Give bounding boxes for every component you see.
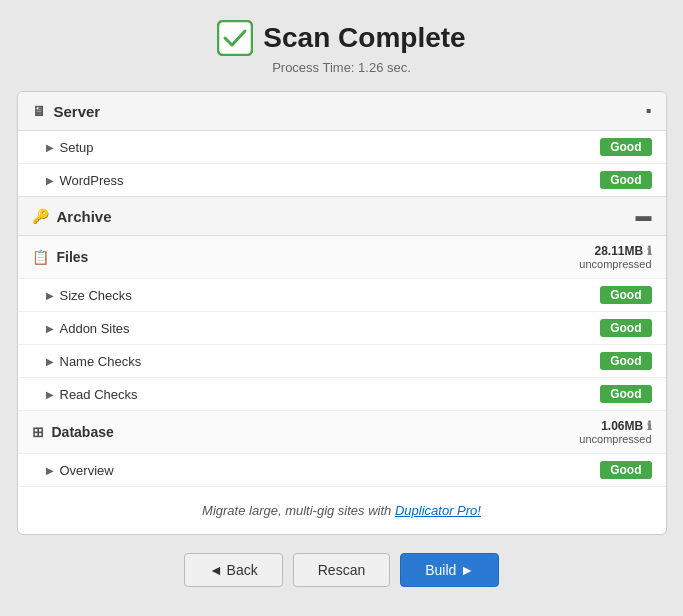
build-button[interactable]: Build ►: [400, 553, 499, 587]
name-checks-label: Name Checks: [60, 354, 142, 369]
table-row: ▶ Setup Good: [18, 131, 666, 164]
footer-buttons: ◄ Back Rescan Build ►: [184, 553, 499, 587]
server-section: 🖥 Server ▪ ▶ Setup Good ▶ WordPress Good: [18, 92, 666, 197]
row-arrow-icon: ▶: [46, 142, 54, 153]
files-size-label: uncompressed: [579, 258, 651, 270]
svg-rect-0: [218, 21, 252, 55]
files-size: 28.11MB ℹ: [594, 244, 651, 258]
table-row: ▶ Overview Good: [18, 454, 666, 487]
database-subsection-header: ⊞ Database 1.06MB ℹ uncompressed: [18, 411, 666, 454]
files-label: Files: [57, 249, 89, 265]
files-size-info: 28.11MB ℹ uncompressed: [579, 244, 651, 270]
overview-label: Overview: [60, 463, 114, 478]
status-badge: Good: [600, 286, 651, 304]
archive-section-label: Archive: [57, 208, 112, 225]
table-row: ▶ Read Checks Good: [18, 378, 666, 411]
status-badge: Good: [600, 385, 651, 403]
promo-link[interactable]: Duplicator Pro!: [395, 503, 481, 518]
row-arrow-icon: ▶: [46, 175, 54, 186]
row-arrow-icon: ▶: [46, 290, 54, 301]
read-checks-label: Read Checks: [60, 387, 138, 402]
wordpress-row-label: WordPress: [60, 173, 124, 188]
status-badge: Good: [600, 461, 651, 479]
status-badge: Good: [600, 138, 651, 156]
scan-complete-icon: [217, 20, 253, 56]
server-collapse-icon[interactable]: ▪: [646, 102, 652, 120]
row-arrow-icon: ▶: [46, 389, 54, 400]
archive-icon: 🔑: [32, 208, 49, 224]
rescan-button[interactable]: Rescan: [293, 553, 390, 587]
addon-sites-label: Addon Sites: [60, 321, 130, 336]
process-time: Process Time: 1.26 sec.: [272, 60, 411, 75]
archive-section: 🔑 Archive ▬ 📋 Files 28.11MB ℹ uncompress…: [18, 197, 666, 534]
page-header: Scan Complete Process Time: 1.26 sec.: [217, 20, 465, 75]
database-size-label: uncompressed: [579, 433, 651, 445]
files-subsection-header: 📋 Files 28.11MB ℹ uncompressed: [18, 236, 666, 279]
files-icon: 📋: [32, 249, 49, 265]
server-section-label: Server: [54, 103, 101, 120]
status-badge: Good: [600, 171, 651, 189]
row-arrow-icon: ▶: [46, 356, 54, 367]
database-size-info: 1.06MB ℹ uncompressed: [579, 419, 651, 445]
main-card: 🖥 Server ▪ ▶ Setup Good ▶ WordPress Good…: [17, 91, 667, 535]
table-row: ▶ WordPress Good: [18, 164, 666, 196]
server-section-header: 🖥 Server ▪: [18, 92, 666, 131]
archive-section-header: 🔑 Archive ▬: [18, 197, 666, 236]
setup-row-label: Setup: [60, 140, 94, 155]
status-badge: Good: [600, 319, 651, 337]
table-row: ▶ Addon Sites Good: [18, 312, 666, 345]
back-button[interactable]: ◄ Back: [184, 553, 283, 587]
archive-collapse-icon[interactable]: ▬: [636, 207, 652, 225]
row-arrow-icon: ▶: [46, 323, 54, 334]
table-row: ▶ Size Checks Good: [18, 279, 666, 312]
database-size: 1.06MB ℹ: [601, 419, 651, 433]
page-title: Scan Complete: [263, 22, 465, 54]
database-label: Database: [52, 424, 114, 440]
promo-section: Migrate large, multi-gig sites with Dupl…: [18, 487, 666, 534]
table-row: ▶ Name Checks Good: [18, 345, 666, 378]
size-checks-label: Size Checks: [60, 288, 132, 303]
row-arrow-icon: ▶: [46, 465, 54, 476]
database-icon: ⊞: [32, 424, 44, 440]
status-badge: Good: [600, 352, 651, 370]
promo-text: Migrate large, multi-gig sites with: [202, 503, 395, 518]
server-icon: 🖥: [32, 103, 46, 119]
